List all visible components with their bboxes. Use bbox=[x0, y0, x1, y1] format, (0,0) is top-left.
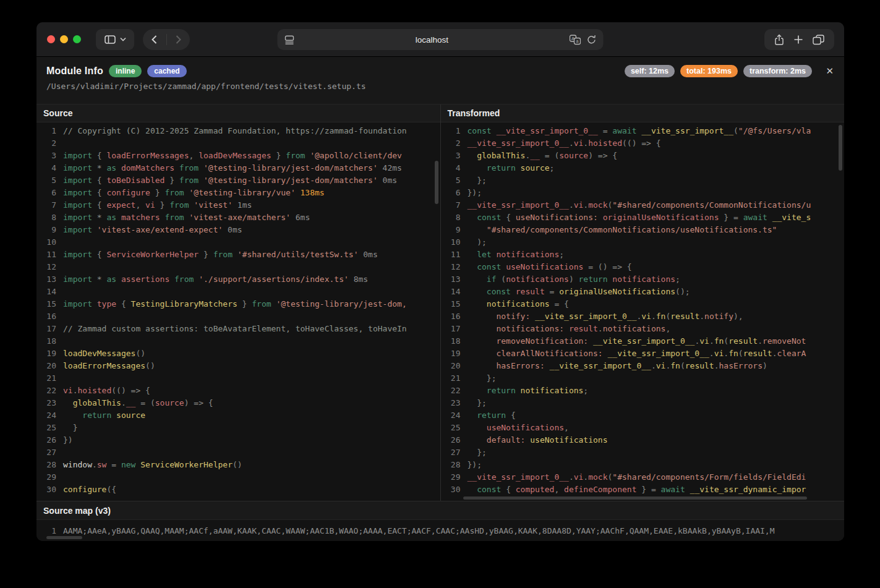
code-line: 13import * as assertions from './support… bbox=[36, 273, 440, 286]
code-line: 2 bbox=[36, 137, 440, 150]
code-line: 1const __vite_ssr_import_0__ = await __v… bbox=[441, 125, 845, 137]
sidebar-icon bbox=[105, 35, 116, 44]
code-line: 19loadDevMessages() bbox=[36, 347, 440, 360]
transformed-code-area[interactable]: 1const __vite_ssr_import_0__ = await __v… bbox=[441, 122, 845, 501]
address-bar[interactable]: localhost Aa bbox=[278, 29, 604, 50]
new-tab-icon[interactable] bbox=[794, 35, 803, 44]
line-number: 8 bbox=[36, 211, 56, 224]
back-button[interactable] bbox=[143, 29, 166, 50]
badge-cached: cached bbox=[147, 65, 186, 77]
line-number: 26 bbox=[36, 434, 56, 446]
line-number: 11 bbox=[36, 249, 56, 261]
transformed-horizontal-scrollbar[interactable] bbox=[463, 496, 807, 500]
line-number: 21 bbox=[36, 372, 56, 385]
line-number: 28 bbox=[441, 459, 461, 471]
transformed-vertical-scrollbar[interactable] bbox=[839, 125, 842, 171]
line-number: 16 bbox=[36, 310, 56, 323]
module-info-header: Module Info inline cached self: 12ms tot… bbox=[36, 57, 844, 104]
code-line: 30 const { computed, defineComponent } =… bbox=[441, 484, 845, 496]
line-number: 26 bbox=[441, 434, 461, 446]
code-line: 16 bbox=[36, 310, 440, 323]
page-title: Module Info bbox=[46, 66, 103, 77]
line-number: 13 bbox=[36, 273, 56, 286]
line-number: 24 bbox=[36, 409, 56, 422]
code-line: 5import { toBeDisabled } from '@testing-… bbox=[36, 174, 440, 187]
code-line: 17 notifications: result.notifications, bbox=[441, 323, 845, 335]
line-number: 2 bbox=[441, 137, 461, 150]
reload-icon[interactable] bbox=[587, 35, 597, 45]
line-number: 17 bbox=[441, 323, 461, 335]
source-code-area[interactable]: 1// Copyright (C) 2012-2025 Zammad Found… bbox=[36, 122, 440, 501]
code-line: 22vi.hoisted(() => { bbox=[36, 385, 440, 397]
code-line: 9import 'vitest-axe/extend-expect' 0ms bbox=[36, 224, 440, 236]
source-panel-title: Source bbox=[36, 104, 440, 122]
line-number: 10 bbox=[36, 236, 56, 249]
sourcemap-line-number: 1 bbox=[36, 526, 56, 535]
translate-icon[interactable]: Aa bbox=[570, 35, 581, 45]
code-line: 25 } bbox=[36, 422, 440, 434]
source-vertical-scrollbar[interactable] bbox=[435, 161, 438, 204]
sidebar-toggle-button[interactable] bbox=[96, 29, 134, 50]
zoom-window-button[interactable] bbox=[73, 35, 81, 43]
line-number: 24 bbox=[441, 409, 461, 422]
close-icon[interactable]: ✕ bbox=[826, 66, 834, 77]
line-number: 21 bbox=[441, 372, 461, 385]
line-number: 22 bbox=[441, 385, 461, 397]
code-line: 7__vite_ssr_import_0__.vi.mock("#shared/… bbox=[441, 199, 845, 211]
share-icon[interactable] bbox=[774, 34, 784, 46]
code-line: 10 ); bbox=[441, 236, 845, 249]
forward-button[interactable] bbox=[167, 29, 190, 50]
line-number: 12 bbox=[36, 261, 56, 273]
tab-overview-icon[interactable] bbox=[813, 35, 824, 45]
reader-view-icon[interactable] bbox=[284, 35, 295, 45]
line-number: 16 bbox=[441, 310, 461, 323]
code-line: 17// Zammad custom assertions: toBeAvata… bbox=[36, 323, 440, 335]
line-number: 29 bbox=[36, 471, 56, 484]
line-number: 9 bbox=[36, 224, 56, 236]
line-number: 19 bbox=[36, 347, 56, 360]
line-number: 30 bbox=[36, 484, 56, 496]
line-number: 20 bbox=[441, 360, 461, 372]
svg-text:a: a bbox=[576, 39, 579, 43]
code-line: 13 if (notifications) return notificatio… bbox=[441, 273, 845, 286]
module-path: /Users/vladimir/Projects/zammad/app/fron… bbox=[46, 82, 834, 91]
minimize-window-button[interactable] bbox=[60, 35, 68, 43]
code-line: 12 const useNotifications = () => { bbox=[441, 261, 845, 273]
code-line: 23 }; bbox=[441, 397, 845, 409]
line-number: 25 bbox=[441, 422, 461, 434]
badge-inline: inline bbox=[109, 65, 142, 77]
line-number: 6 bbox=[441, 187, 461, 199]
code-line: 12 bbox=[36, 261, 440, 273]
toolbar-right-group bbox=[764, 29, 834, 50]
code-line: 24 return { bbox=[441, 409, 845, 422]
code-line: 28}); bbox=[441, 459, 845, 471]
timing-total: total: 193ms bbox=[680, 65, 738, 77]
line-number: 11 bbox=[441, 249, 461, 261]
timing-badges: self: 12ms total: 193ms transform: 2ms bbox=[625, 65, 812, 77]
close-window-button[interactable] bbox=[47, 35, 55, 43]
code-line: 29 bbox=[36, 471, 440, 484]
line-number: 23 bbox=[36, 397, 56, 409]
code-line: 21 bbox=[36, 372, 440, 385]
code-line: 10 bbox=[36, 236, 440, 249]
line-number: 6 bbox=[36, 187, 56, 199]
code-line: 14 const result = originalUseNotificatio… bbox=[441, 286, 845, 298]
line-number: 18 bbox=[441, 335, 461, 347]
url-text[interactable]: localhost bbox=[295, 35, 570, 45]
code-line: 27 }; bbox=[441, 446, 845, 459]
code-line: 4 return source; bbox=[441, 162, 845, 174]
sourcemap-horizontal-scrollbar[interactable] bbox=[46, 536, 82, 539]
line-number: 27 bbox=[36, 446, 56, 459]
code-line: 11 let notifications; bbox=[441, 249, 845, 261]
code-line: 7import { expect, vi } from 'vitest' 1ms bbox=[36, 199, 440, 211]
line-number: 20 bbox=[36, 360, 56, 372]
code-line: 25 useNotifications, bbox=[441, 422, 845, 434]
code-line: 19 clearAllNotifications: __vite_ssr_imp… bbox=[441, 347, 845, 360]
sourcemap-code-area[interactable]: 1 AAMA;AAeA,yBAAG,QAAQ,MAAM;AACf,aAAW,KA… bbox=[36, 520, 844, 541]
code-panels: Source 1// Copyright (C) 2012-2025 Zamma… bbox=[36, 104, 844, 501]
line-number: 19 bbox=[441, 347, 461, 360]
line-number: 15 bbox=[441, 298, 461, 310]
code-line: 6}); bbox=[441, 187, 845, 199]
code-line: 9 "#shared/components/CommonNotification… bbox=[441, 224, 845, 236]
line-number: 10 bbox=[441, 236, 461, 249]
